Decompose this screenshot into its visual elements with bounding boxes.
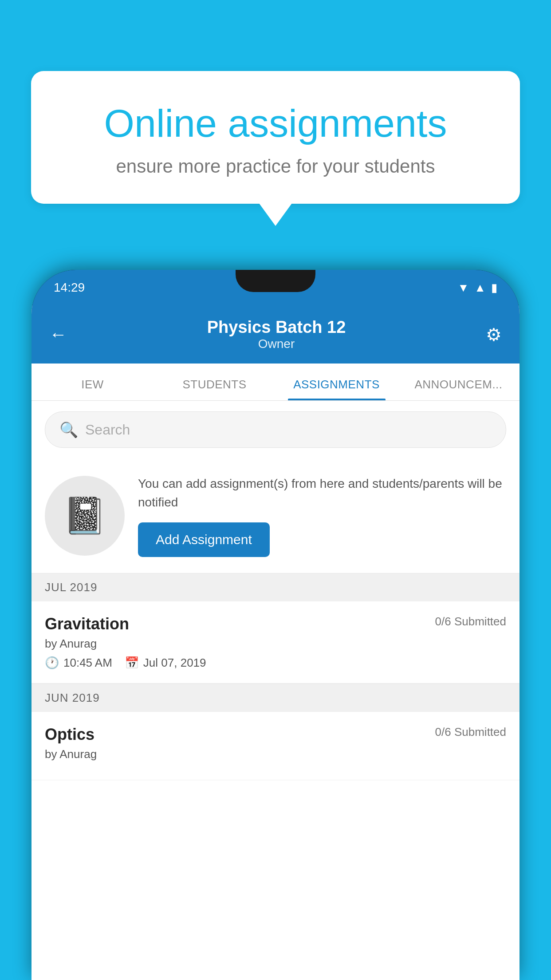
header-title: Physics Batch 12	[207, 318, 346, 337]
info-text: You can add assignment(s) from here and …	[138, 474, 506, 512]
assignment-submitted-optics: 0/6 Submitted	[435, 725, 506, 739]
tab-students[interactable]: STUDENTS	[153, 364, 276, 400]
search-bar[interactable]: 🔍 Search	[45, 411, 506, 448]
app-header: ← Physics Batch 12 Owner ⚙	[31, 305, 520, 364]
status-icons: ▼ ▲ ▮	[458, 281, 497, 295]
add-assignment-button[interactable]: Add Assignment	[138, 522, 270, 557]
notebook-icon: 📓	[63, 495, 107, 537]
assignment-submitted-gravitation: 0/6 Submitted	[435, 615, 506, 628]
assignment-meta-gravitation: 🕐 10:45 AM 📅 Jul 07, 2019	[45, 656, 506, 670]
back-button[interactable]: ←	[49, 324, 67, 344]
assignment-time-value: 10:45 AM	[63, 656, 112, 670]
calendar-icon: 📅	[125, 656, 139, 670]
wifi-icon: ▼	[458, 281, 469, 295]
search-container: 🔍 Search	[31, 401, 520, 458]
speech-bubble-container: Online assignments ensure more practice …	[31, 71, 520, 204]
assignment-date: 📅 Jul 07, 2019	[125, 656, 206, 670]
assignment-row-top: Gravitation 0/6 Submitted	[45, 615, 506, 633]
bubble-subtitle: ensure more practice for your students	[67, 156, 484, 177]
search-placeholder: Search	[85, 422, 130, 438]
assignment-author-optics: by Anurag	[45, 747, 506, 761]
status-time: 14:29	[54, 281, 85, 295]
search-icon: 🔍	[59, 421, 78, 439]
section-jun-2019: JUN 2019	[31, 684, 520, 712]
info-content: You can add assignment(s) from here and …	[138, 474, 506, 557]
info-icon-circle: 📓	[45, 476, 125, 556]
assignment-gravitation[interactable]: Gravitation 0/6 Submitted by Anurag 🕐 10…	[31, 601, 520, 684]
signal-icon: ▲	[474, 281, 486, 295]
status-bar: 14:29 ▼ ▲ ▮	[31, 270, 520, 305]
assignment-date-value: Jul 07, 2019	[143, 656, 206, 670]
section-label-jul: JUL 2019	[45, 581, 97, 594]
tabs-bar: IEW STUDENTS ASSIGNMENTS ANNOUNCEM...	[31, 364, 520, 401]
phone-screen: ← Physics Batch 12 Owner ⚙ IEW STUDENTS …	[31, 305, 520, 980]
battery-icon: ▮	[491, 281, 497, 295]
phone-frame: 14:29 ▼ ▲ ▮ ← Physics Batch 12 Owner ⚙ I…	[31, 270, 520, 980]
header-subtitle: Owner	[207, 337, 346, 351]
assignment-optics[interactable]: Optics 0/6 Submitted by Anurag	[31, 712, 520, 780]
clock-icon: 🕐	[45, 656, 59, 670]
tab-assignments[interactable]: ASSIGNMENTS	[276, 364, 398, 400]
section-label-jun: JUN 2019	[45, 691, 100, 704]
bubble-title: Online assignments	[67, 102, 484, 145]
info-card: 📓 You can add assignment(s) from here an…	[31, 458, 520, 573]
assignment-time: 🕐 10:45 AM	[45, 656, 112, 670]
assignment-name-optics: Optics	[45, 725, 94, 744]
section-jul-2019: JUL 2019	[31, 573, 520, 601]
tab-announcements[interactable]: ANNOUNCEM...	[398, 364, 520, 400]
assignment-name-gravitation: Gravitation	[45, 615, 129, 633]
assignment-row-top-optics: Optics 0/6 Submitted	[45, 725, 506, 744]
speech-bubble: Online assignments ensure more practice …	[31, 71, 520, 204]
assignment-author-gravitation: by Anurag	[45, 637, 506, 651]
header-center: Physics Batch 12 Owner	[207, 318, 346, 351]
tab-iew[interactable]: IEW	[31, 364, 153, 400]
settings-icon[interactable]: ⚙	[486, 324, 502, 345]
